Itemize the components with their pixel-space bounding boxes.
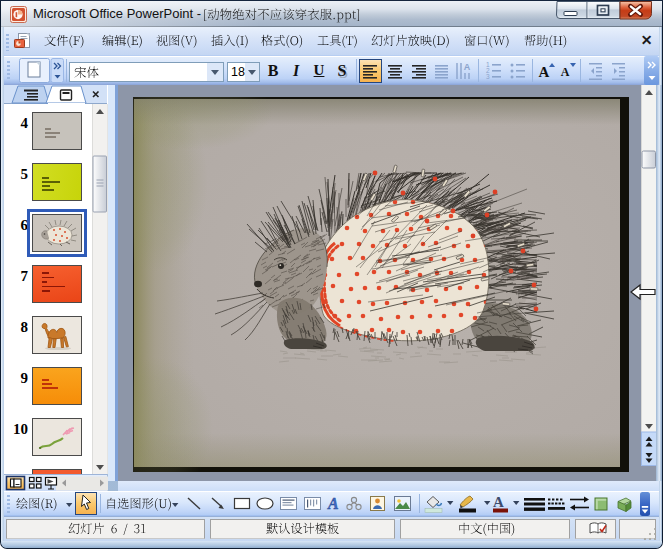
svg-text:3: 3 xyxy=(486,73,490,80)
svg-text:A: A xyxy=(539,64,550,80)
svg-text:A: A xyxy=(493,494,504,510)
svg-text:A: A xyxy=(327,495,339,512)
svg-text:A: A xyxy=(464,62,471,72)
svg-text:A: A xyxy=(561,65,570,79)
